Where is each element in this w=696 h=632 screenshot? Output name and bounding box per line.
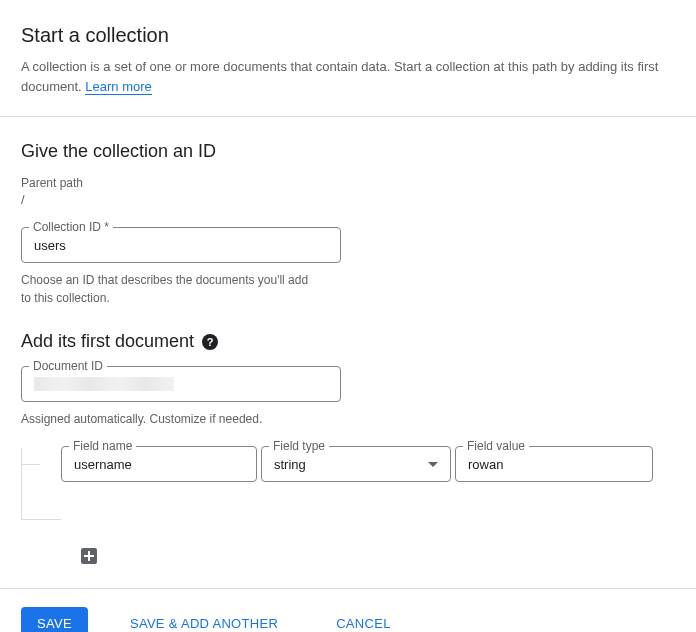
field-type-label: Field type	[269, 439, 329, 453]
save-add-another-button[interactable]: SAVE & ADD ANOTHER	[114, 607, 294, 632]
page-title: Start a collection	[21, 24, 675, 47]
parent-path-value: /	[21, 192, 675, 207]
save-button[interactable]: SAVE	[21, 607, 88, 632]
first-document-section-title: Add its first document	[21, 331, 194, 352]
field-tree-connector	[21, 448, 61, 520]
field-type-value: string	[274, 457, 428, 472]
cancel-button[interactable]: CANCEL	[320, 607, 407, 632]
parent-path-label: Parent path	[21, 176, 675, 190]
collection-id-label: Collection ID *	[29, 220, 113, 234]
chevron-down-icon	[428, 462, 438, 467]
plus-icon	[84, 551, 94, 561]
document-id-label: Document ID	[29, 359, 107, 373]
collection-id-section-title: Give the collection an ID	[21, 141, 675, 162]
add-field-button[interactable]	[81, 548, 97, 564]
field-value-label: Field value	[463, 439, 529, 453]
learn-more-link[interactable]: Learn more	[85, 79, 151, 95]
field-name-label: Field name	[69, 439, 136, 453]
document-id-helper: Assigned automatically. Customize if nee…	[21, 410, 321, 428]
help-icon[interactable]: ?	[202, 334, 218, 350]
page-description: A collection is a set of one or more doc…	[21, 57, 675, 96]
document-id-value-blurred	[34, 377, 174, 391]
collection-id-helper: Choose an ID that describes the document…	[21, 271, 321, 307]
